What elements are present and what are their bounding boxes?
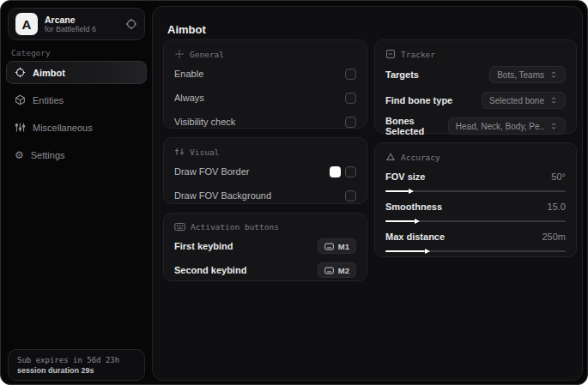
slider-thumb[interactable] xyxy=(409,189,414,194)
activation-card: Activation buttons First keybind M1 Seco… xyxy=(163,213,367,281)
fov-size-slider[interactable] xyxy=(385,190,566,192)
keybind-value: M1 xyxy=(338,242,349,251)
visibility-check-checkbox[interactable] xyxy=(345,117,356,128)
setting-row-fov-border: Draw FOV Border xyxy=(174,162,356,181)
slider-label: Max distance xyxy=(385,232,445,242)
left-column: General Enable Always Visibility check xyxy=(163,39,367,290)
setting-row-fov-background: Draw FOV Background xyxy=(174,186,356,205)
fov-border-checkbox[interactable] xyxy=(345,166,356,177)
select-value: Bots, Teams xyxy=(497,70,544,80)
section-title: Accuracy xyxy=(401,153,440,162)
page-title: Aimbot xyxy=(167,23,206,36)
setting-label: Find bone type xyxy=(385,95,452,105)
app-header-card: A Arcane for Battlefield 6 xyxy=(8,8,145,40)
second-keybind-button[interactable]: M2 xyxy=(318,262,356,278)
triangle-icon xyxy=(385,152,396,162)
setting-row-targets: Targets Bots, Teams xyxy=(385,64,566,85)
setting-row-enable: Enable xyxy=(174,64,356,83)
targets-select[interactable]: Bots, Teams xyxy=(489,66,566,83)
scan-crosshair-icon xyxy=(174,49,185,59)
setting-label: Draw FOV Border xyxy=(174,166,249,177)
select-value: Selected bone xyxy=(489,96,544,105)
adjust-icon xyxy=(174,147,185,157)
keyboard-icon xyxy=(174,222,185,232)
setting-row-first-keybind: First keybind M1 xyxy=(174,237,356,256)
smoothness-slider[interactable] xyxy=(385,220,566,222)
setting-label: First keybind xyxy=(174,241,233,251)
subscription-card: Sub expires in 56d 23h session duration … xyxy=(8,349,145,381)
setting-row-find-bone-type: Find bone type Selected bone xyxy=(385,90,566,111)
slider-value: 15.0 xyxy=(548,202,566,212)
fov-size-slider-block: FOV size 50° xyxy=(385,170,566,192)
setting-label: Enable xyxy=(174,69,203,79)
sidebar-item-entities[interactable]: Entities xyxy=(6,88,147,111)
general-card: General Enable Always Visibility check xyxy=(163,39,367,129)
sidebar-item-label: Aimbot xyxy=(33,68,65,78)
fov-border-color-swatch[interactable] xyxy=(330,166,341,177)
find-bone-type-select[interactable]: Selected bone xyxy=(482,92,566,109)
chevrons-up-down-icon xyxy=(549,122,558,130)
chevrons-up-down-icon xyxy=(549,96,558,105)
setting-row-second-keybind: Second keybind M2 xyxy=(174,261,356,280)
setting-label: Visibility check xyxy=(174,117,235,127)
section-title: Visual xyxy=(190,147,219,157)
keybind-value: M2 xyxy=(338,266,349,275)
app-window: A Arcane for Battlefield 6 Category Aimb… xyxy=(0,0,588,385)
square-minus-icon xyxy=(385,49,396,59)
app-titles: Arcane for Battlefield 6 xyxy=(45,15,118,33)
setting-label: Targets xyxy=(385,69,419,80)
sidebar-item-label: Entities xyxy=(33,95,64,105)
max-distance-slider[interactable] xyxy=(385,250,566,252)
enable-checkbox[interactable] xyxy=(345,69,356,80)
smoothness-slider-block: Smoothness 15.0 xyxy=(385,200,566,222)
setting-label: Second keybind xyxy=(174,265,246,275)
sidebar-item-settings[interactable]: ⚙ Settings xyxy=(6,143,147,166)
crosshair-icon xyxy=(15,67,26,78)
sub-expiry-text: Sub expires in 56d 23h xyxy=(17,356,136,364)
gear-icon: ⚙ xyxy=(15,150,24,160)
setting-label: Draw FOV Background xyxy=(174,190,271,201)
select-value: Head, Neck, Body, Pe.. xyxy=(456,122,544,131)
sidebar-nav: Aimbot Entities Miscellaneous ⚙ Settings xyxy=(6,61,147,171)
target-icon[interactable] xyxy=(125,18,137,30)
always-checkbox[interactable] xyxy=(345,93,356,104)
sidebar-item-miscellaneous[interactable]: Miscellaneous xyxy=(6,116,147,139)
category-label: Category xyxy=(11,48,51,57)
section-title: Activation buttons xyxy=(191,222,279,232)
slider-thumb[interactable] xyxy=(415,219,420,224)
accuracy-card: Accuracy FOV size 50° Smoothness 15.0 xyxy=(374,142,577,257)
app-logo: A xyxy=(15,13,38,35)
tracker-card: Tracker Targets Bots, Teams Find bone ty… xyxy=(374,39,577,134)
setting-row-visibility-check: Visibility check xyxy=(174,112,356,131)
session-duration-text: session duration 29s xyxy=(17,366,136,375)
keyboard-icon xyxy=(324,267,334,274)
section-title: General xyxy=(190,50,224,59)
first-keybind-button[interactable]: M1 xyxy=(318,238,356,254)
slider-value: 250m xyxy=(542,232,566,242)
setting-row-bones-selected: Bones Selected Head, Neck, Body, Pe.. xyxy=(385,116,566,136)
sidebar-item-label: Miscellaneous xyxy=(33,123,93,133)
sliders-icon xyxy=(15,122,26,133)
section-title: Tracker xyxy=(401,50,435,59)
app-name: Arcane xyxy=(45,15,118,25)
cube-icon xyxy=(15,94,26,105)
bones-selected-select[interactable]: Head, Neck, Body, Pe.. xyxy=(448,117,566,135)
setting-label: Always xyxy=(174,93,204,103)
right-column: Tracker Targets Bots, Teams Find bone ty… xyxy=(374,39,577,266)
main-panel: Aimbot General Enable Always xyxy=(152,6,583,381)
chevrons-up-down-icon xyxy=(549,70,558,79)
sidebar-item-label: Settings xyxy=(31,150,65,160)
max-distance-slider-block: Max distance 250m xyxy=(385,230,566,252)
slider-label: Smoothness xyxy=(385,202,442,212)
sidebar-item-aimbot[interactable]: Aimbot xyxy=(6,61,147,84)
keyboard-icon xyxy=(324,243,334,250)
setting-row-always: Always xyxy=(174,88,356,107)
slider-value: 50° xyxy=(551,171,566,182)
visual-card: Visual Draw FOV Border Draw FOV Backgrou… xyxy=(163,137,367,204)
slider-thumb[interactable] xyxy=(425,249,430,254)
setting-label: Bones Selected xyxy=(385,116,448,136)
app-subtitle: for Battlefield 6 xyxy=(45,25,118,33)
slider-label: FOV size xyxy=(385,171,425,182)
sidebar: A Arcane for Battlefield 6 Category Aimb… xyxy=(1,1,152,384)
fov-background-checkbox[interactable] xyxy=(345,190,356,202)
